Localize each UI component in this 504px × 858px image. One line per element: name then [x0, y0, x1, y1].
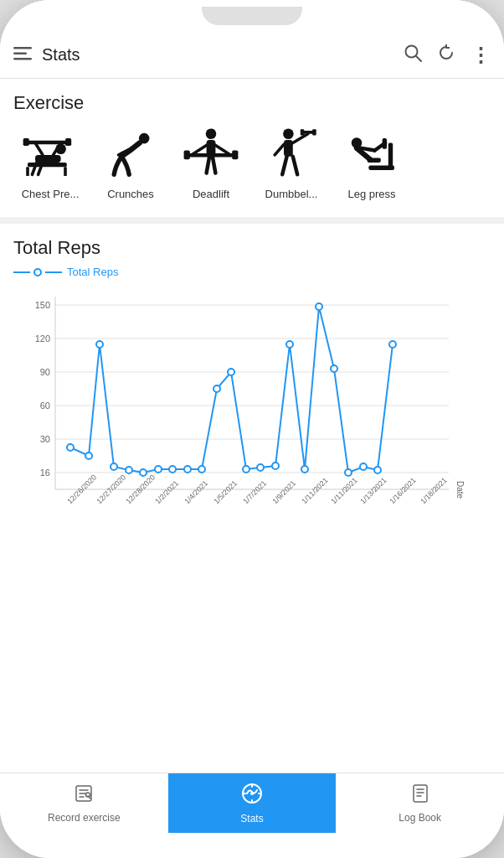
svg-point-29 — [283, 128, 294, 139]
svg-rect-9 — [35, 155, 61, 163]
svg-text:1/13/2021: 1/13/2021 — [358, 476, 388, 505]
refresh-icon[interactable] — [437, 44, 455, 66]
main-content: Exercise — [0, 79, 504, 773]
svg-rect-13 — [23, 138, 29, 146]
chest-press-icon — [17, 124, 84, 184]
chart-title: Total Reps — [13, 237, 491, 259]
data-point — [85, 452, 92, 459]
data-point — [96, 341, 103, 348]
phone-shell: Stats ⋮ Exerc — [0, 0, 504, 858]
chart-line — [70, 307, 393, 473]
nav-item-logbook[interactable]: Log Book — [336, 773, 504, 833]
search-icon[interactable] — [404, 44, 422, 66]
data-point — [301, 466, 308, 473]
svg-text:60: 60 — [40, 401, 50, 411]
legend-dash — [13, 271, 30, 273]
nav-label-record: Record exercise — [48, 812, 121, 824]
data-point — [345, 469, 352, 476]
data-point — [155, 466, 162, 473]
svg-rect-85 — [414, 785, 427, 802]
chart-section: Total Reps Total Reps — [0, 224, 504, 573]
svg-line-22 — [192, 144, 208, 155]
svg-text:90: 90 — [40, 367, 50, 377]
more-icon[interactable]: ⋮ — [471, 44, 491, 67]
data-point — [286, 341, 293, 348]
svg-line-31 — [293, 134, 308, 143]
svg-rect-5 — [28, 163, 67, 167]
exercise-section-title: Exercise — [0, 92, 504, 124]
exercise-label-leg-press: Leg press — [347, 188, 395, 200]
svg-text:1/4/2021: 1/4/2021 — [183, 479, 209, 506]
data-point — [213, 385, 220, 392]
app-bar-title: Stats — [42, 45, 404, 65]
data-point — [126, 467, 132, 473]
chart-svg: 150 120 90 60 30 16 12/26/2020 12/27/202… — [13, 288, 465, 556]
data-point — [360, 463, 367, 470]
data-point — [140, 469, 147, 476]
chart-legend: Total Reps — [13, 266, 491, 278]
data-point — [272, 463, 279, 469]
svg-text:150: 150 — [35, 300, 50, 310]
svg-rect-26 — [232, 151, 238, 160]
data-point — [184, 466, 191, 473]
exercise-section: Exercise — [0, 79, 504, 224]
svg-line-36 — [282, 157, 286, 175]
legend-dot — [33, 268, 42, 277]
svg-line-28 — [213, 157, 216, 173]
record-icon — [74, 783, 94, 809]
svg-line-23 — [214, 144, 231, 155]
exercise-label-deadlift: Deadlift — [193, 188, 229, 200]
svg-text:1/9/2021: 1/9/2021 — [270, 479, 297, 506]
app-content: Stats ⋮ Exerc — [0, 32, 504, 833]
phone-notch — [202, 7, 302, 25]
exercise-item-dumbbell[interactable]: Dumbbel... — [255, 124, 328, 200]
svg-text:1/11/2021: 1/11/2021 — [300, 476, 329, 505]
svg-rect-14 — [65, 138, 71, 146]
svg-text:1/11/2021: 1/11/2021 — [329, 476, 358, 505]
exercise-label-crunches: Crunches — [107, 188, 154, 200]
svg-line-10 — [35, 143, 43, 155]
svg-text:30: 30 — [40, 434, 50, 444]
exercise-label-dumbbell: Dumbbel... — [265, 188, 318, 200]
svg-line-37 — [293, 157, 297, 175]
nav-item-stats[interactable]: Stats — [168, 773, 337, 833]
svg-text:1/5/2021: 1/5/2021 — [212, 479, 239, 506]
data-point — [243, 466, 249, 473]
svg-rect-2 — [13, 58, 32, 60]
exercise-label-chest-press: Chest Pre... — [22, 188, 80, 200]
svg-text:1/16/2021: 1/16/2021 — [388, 476, 417, 505]
svg-rect-33 — [301, 129, 305, 135]
exercise-item-deadlift[interactable]: Deadlift — [174, 124, 248, 200]
deadlift-icon — [177, 124, 244, 184]
svg-point-20 — [206, 128, 217, 139]
svg-point-78 — [86, 793, 90, 797]
data-point — [111, 463, 117, 470]
svg-rect-6 — [26, 167, 29, 176]
phone-bottom-bar — [0, 833, 504, 858]
data-point — [331, 365, 337, 372]
exercise-item-leg-press[interactable]: Leg press — [335, 124, 409, 200]
svg-rect-12 — [24, 141, 69, 145]
data-point — [257, 464, 264, 471]
legend-dash2 — [45, 271, 62, 273]
dumbbell-icon — [258, 124, 325, 184]
svg-rect-25 — [184, 151, 190, 160]
menu-icon[interactable] — [13, 45, 32, 65]
svg-line-35 — [275, 144, 284, 155]
nav-item-record[interactable]: Record exercise — [0, 773, 168, 833]
legend-line — [13, 268, 62, 277]
exercise-item-crunches[interactable]: Crunches — [94, 124, 167, 200]
legend-label: Total Reps — [67, 266, 118, 278]
logbook-icon — [410, 783, 430, 809]
data-point — [67, 444, 74, 451]
svg-rect-44 — [383, 138, 387, 149]
svg-line-27 — [207, 157, 210, 173]
svg-rect-39 — [388, 143, 393, 170]
svg-rect-1 — [13, 53, 27, 55]
exercise-item-chest-press[interactable]: Chest Pre... — [13, 124, 87, 200]
leg-press-icon — [338, 124, 405, 184]
svg-point-80 — [250, 792, 254, 795]
stats-icon — [241, 783, 263, 809]
data-point — [389, 341, 396, 348]
data-point — [374, 467, 381, 473]
